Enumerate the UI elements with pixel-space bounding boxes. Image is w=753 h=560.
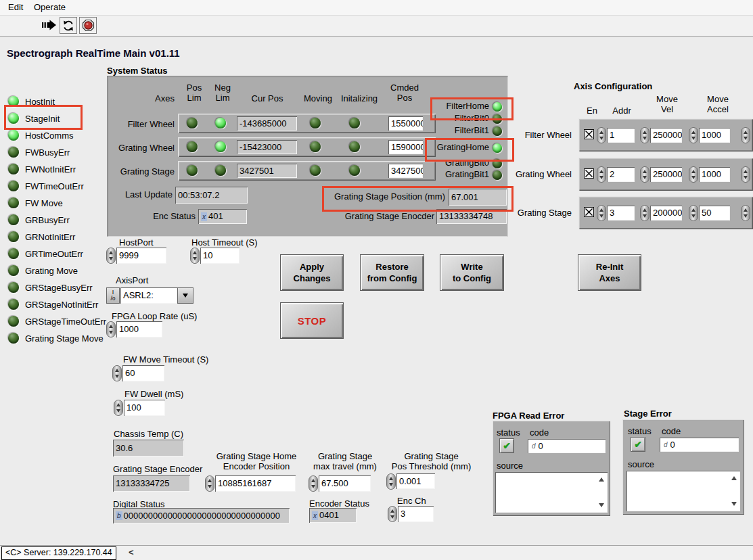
move-accel-increment-decrement[interactable] xyxy=(689,166,698,183)
host-timeout-field[interactable]: 10 xyxy=(200,248,239,264)
write-to-config-button[interactable]: Write to Config xyxy=(440,254,504,291)
fpga-loop-rate-field[interactable]: 1000 xyxy=(116,321,162,337)
status-label: status xyxy=(497,427,520,438)
axis-row-label: Grating Stage xyxy=(110,166,175,177)
gs-home-encoder-position-field[interactable]: 10885161687 xyxy=(215,475,296,492)
source-textarea[interactable] xyxy=(626,471,740,511)
menu-item-operate[interactable]: Operate xyxy=(34,2,66,12)
cmded-pos-field[interactable]: 1590000 xyxy=(388,140,423,154)
hostinit-led xyxy=(8,96,19,107)
cmded-pos-field[interactable]: 3427500 xyxy=(388,164,423,178)
enable-checkbox[interactable] xyxy=(584,168,594,179)
move-accel-field[interactable]: 1000 xyxy=(699,128,730,143)
clipped-increment-decrement[interactable] xyxy=(741,205,750,221)
abort-icon[interactable] xyxy=(79,17,97,34)
clipped-increment-decrement[interactable] xyxy=(741,166,750,183)
col-header-initializing: Initalizing xyxy=(336,93,383,103)
list-item: StageInit xyxy=(8,111,60,126)
move-vel-increment-decrement[interactable] xyxy=(640,205,649,221)
scroll-up-icon[interactable] xyxy=(731,476,737,480)
grating-stage-enocder-indicator: 13133334748 xyxy=(436,209,507,224)
addr-increment-decrement[interactable] xyxy=(597,127,606,143)
addr-field[interactable]: 3 xyxy=(607,206,635,220)
move-accel-field[interactable]: 1000 xyxy=(699,167,730,182)
checked-x-icon xyxy=(585,208,593,216)
reinit-axes-button[interactable]: Re-Init Axes xyxy=(578,254,641,291)
addr-increment-decrement[interactable] xyxy=(597,205,606,221)
gs-max-travel-field[interactable]: 67.500 xyxy=(319,475,371,492)
axisport-combo-value[interactable]: ASRL2: xyxy=(120,287,177,304)
clipped-increment-decrement[interactable] xyxy=(741,127,750,143)
code-label: code xyxy=(662,426,681,436)
move-vel-field[interactable]: 250000 xyxy=(650,128,682,143)
addr-field[interactable]: 1 xyxy=(607,128,635,143)
list-item: GRTimeOutErr xyxy=(8,246,83,261)
digital-status-indicator: b00000000000000000000000000000000 xyxy=(113,508,290,523)
addr-field[interactable]: 2 xyxy=(607,167,635,182)
move-accel-increment-decrement[interactable] xyxy=(689,205,698,221)
source-textarea[interactable] xyxy=(495,472,608,513)
initializing-led xyxy=(349,165,360,176)
cur-pos-indicator: -143685000 xyxy=(237,116,297,131)
move-vel-field[interactable]: 250000 xyxy=(650,167,682,182)
grating-stage-enocder-label: Grating Stage Enocder xyxy=(340,211,434,221)
restore-from-config-button[interactable]: Restore from Config xyxy=(360,254,424,291)
io-icon: I/0 xyxy=(106,287,120,304)
encoder-status-indicator: x0401 xyxy=(309,508,357,523)
axisport-dropdown-button[interactable] xyxy=(177,287,193,304)
led-label: StageInit xyxy=(25,114,60,124)
axis-row-label: Filter Wheel xyxy=(110,119,175,129)
gs-max-travel-increment-decrement[interactable] xyxy=(309,475,318,492)
enable-checkbox[interactable] xyxy=(584,207,594,217)
axisport-label: AxisPort xyxy=(116,275,148,285)
menu-item-edit[interactable]: Edit xyxy=(8,2,23,12)
gs-max-travel-label: Grating Stage max travel (mm) xyxy=(311,451,379,471)
table-row: -143685000 1550000 xyxy=(178,114,436,133)
scroll-down-icon[interactable] xyxy=(599,503,604,507)
continuous-run-icon[interactable] xyxy=(60,17,77,34)
enc-ch-field[interactable]: 3 xyxy=(398,506,434,522)
enable-checkbox[interactable] xyxy=(584,129,594,139)
gratinghome-led xyxy=(493,143,502,153)
enc-ch-increment-decrement[interactable] xyxy=(388,506,397,522)
scroll-down-icon[interactable] xyxy=(731,502,737,506)
code-field[interactable]: d0 xyxy=(660,438,739,452)
hostport-increment-decrement[interactable] xyxy=(106,248,116,264)
scroll-up-icon[interactable] xyxy=(599,477,604,482)
fw-move-timeout-field[interactable]: 60 xyxy=(122,365,164,381)
move-vel-increment-decrement[interactable] xyxy=(640,166,649,183)
checked-x-icon xyxy=(585,130,593,139)
fw-dwell-increment-decrement[interactable] xyxy=(114,400,123,416)
hostport-label: HostPort xyxy=(119,237,154,248)
status-ok-button: ✔ xyxy=(631,437,645,452)
move-vel-field[interactable]: 200000 xyxy=(650,206,682,220)
pos-lim-led xyxy=(187,141,198,152)
move-accel-field[interactable]: 50 xyxy=(699,206,730,220)
move-vel-increment-decrement[interactable] xyxy=(640,127,649,143)
gs-home-encoder-increment-decrement[interactable] xyxy=(205,475,214,492)
fwbusyerr-led xyxy=(8,147,19,158)
stageinit-led xyxy=(8,113,19,124)
fw-move-timeout-increment-decrement[interactable] xyxy=(112,365,122,381)
stop-button[interactable]: STOP xyxy=(280,302,344,339)
code-field[interactable]: d0 xyxy=(528,439,606,453)
scroll-left-icon[interactable]: < xyxy=(129,547,134,557)
run-icon[interactable] xyxy=(42,19,57,33)
host-timeout-increment-decrement[interactable] xyxy=(190,248,200,264)
fpga-loop-rate-increment-decrement[interactable] xyxy=(106,321,116,337)
stage-error-title: Stage Error xyxy=(624,409,672,419)
apply-changes-button[interactable]: Apply Changes xyxy=(280,254,344,291)
pos-lim-led xyxy=(187,118,198,129)
radix-hex: x xyxy=(201,212,207,221)
gs-pos-threshold-field[interactable]: 0.001 xyxy=(396,473,435,489)
move-accel-increment-decrement[interactable] xyxy=(689,127,698,143)
table-row: -15423000 1590000 xyxy=(178,137,436,157)
neg-lim-led xyxy=(215,141,226,152)
hostport-field[interactable]: 9999 xyxy=(116,248,166,264)
cmded-pos-field[interactable]: 1550000 xyxy=(388,116,423,131)
fw-dwell-field[interactable]: 100 xyxy=(124,400,165,416)
cur-pos-indicator: -15423000 xyxy=(237,140,297,154)
gs-pos-threshold-increment-decrement[interactable] xyxy=(386,473,396,490)
addr-increment-decrement[interactable] xyxy=(597,166,606,183)
grtimeouterr-led xyxy=(8,248,19,259)
